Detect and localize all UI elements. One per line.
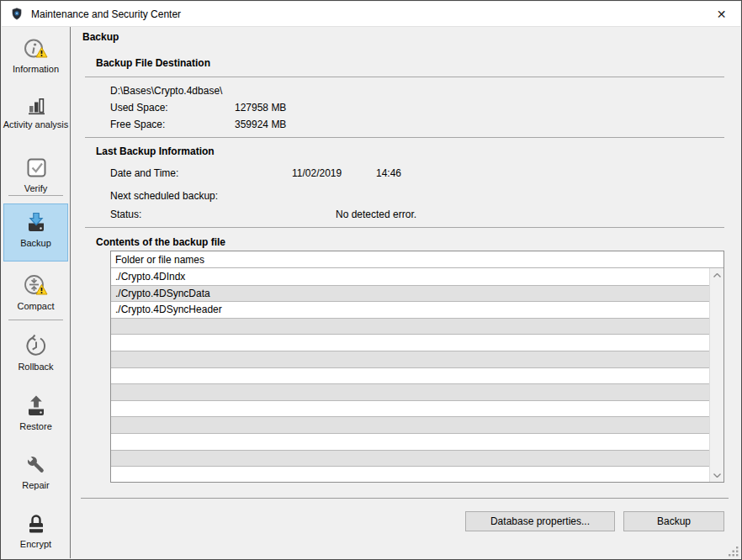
status-value: No detected error. [336,209,416,220]
last-backup-section-title: Last Backup Information [96,145,215,157]
sidebar-item-rollback[interactable]: Rollback [2,334,70,372]
contents-section-title: Contents of the backup file [96,236,225,248]
destination-section-title: Backup File Destination [96,57,210,69]
sidebar-item-label: Compact [2,301,70,311]
footer-divider [81,498,729,499]
table-row[interactable]: ./Crypto.4DIndx [111,269,709,286]
backup-contents-table: Folder or file names ./Crypto.4DIndx./Cr… [110,251,724,483]
used-space-label: Used Space: [110,102,168,114]
sidebar-item-encrypt[interactable]: Encrypt [2,511,70,549]
status-label: Status: [110,209,141,220]
sidebar-item-backup[interactable]: Backup [4,210,67,248]
table-row[interactable]: ./Crypto.4DSyncData [111,286,709,303]
sidebar-item-repair[interactable]: Repair [2,452,70,490]
last-backup-date: 11/02/2019 [292,167,342,179]
table-vertical-scrollbar[interactable] [709,268,723,482]
table-row[interactable]: ./Crypto.4DSyncHeader [111,302,709,319]
backup-contents-rows: ./Crypto.4DIndx./Crypto.4DSyncData./Cryp… [111,269,709,482]
app-shield-icon [9,7,24,22]
restore-drive-icon [23,394,50,419]
sidebar-selection-highlight: Backup [3,203,68,262]
section-divider [85,77,724,77]
destination-path: D:\Bases\Crypto.4dbase\ [110,85,222,97]
last-backup-time: 14:46 [376,167,401,179]
table-row[interactable] [111,384,709,401]
sidebar-divider [8,320,63,320]
window-title: Maintenance and Security Center [31,8,181,20]
rollback-clock-icon [23,334,50,359]
sidebar-item-label: Repair [2,480,70,490]
table-header-folder-or-file-names[interactable]: Folder or file names [111,251,723,268]
table-row[interactable] [111,319,709,335]
verify-check-icon [23,156,50,181]
backup-page: Backup Backup File Destination D:\Bases\… [71,27,742,558]
free-space-label: Free Space: [110,119,165,130]
backup-drive-icon [23,210,50,235]
table-row[interactable] [111,434,709,451]
table-row[interactable] [111,467,709,482]
sidebar-item-label: Verify [2,183,70,193]
used-space-value: 127958 MB [235,102,286,114]
sidebar-item-information[interactable]: Information [2,38,70,74]
sidebar-item-activity-analysis[interactable]: Activity analysis [2,93,70,129]
section-divider [85,137,724,138]
database-properties-button[interactable]: Database properties... [465,511,615,531]
sidebar-item-verify[interactable]: Verify [2,156,70,193]
scrollbar-down-arrow-icon[interactable] [710,468,724,482]
encrypt-lock-icon [23,511,50,536]
sidebar-item-restore[interactable]: Restore [2,394,70,431]
maintenance-security-center-window: Maintenance and Security Center ✕ Inform… [0,0,742,560]
sidebar-item-label: Encrypt [2,539,70,549]
sidebar-item-label: Rollback [2,362,70,372]
sidebar-divider [8,195,63,196]
sidebar-item-compact[interactable]: Compact [2,273,70,311]
sidebar-item-label: Information [2,64,70,74]
table-row[interactable] [111,351,709,368]
activity-analysis-bars-icon [23,93,50,117]
title-bar[interactable]: Maintenance and Security Center ✕ [2,2,740,27]
next-backup-label: Next scheduled backup: [110,190,218,202]
repair-wrench-icon [23,452,50,478]
table-row[interactable] [111,335,709,351]
information-warning-icon [23,38,50,61]
page-title: Backup [82,31,119,43]
table-row[interactable] [111,417,709,434]
table-row[interactable] [111,368,709,385]
compact-warning-icon [23,273,50,298]
sidebar-item-label: Restore [2,421,70,431]
table-row[interactable] [111,401,709,418]
section-divider [85,227,724,228]
table-row[interactable] [111,451,709,468]
close-button[interactable]: ✕ [702,2,740,26]
scrollbar-up-arrow-icon[interactable] [710,268,724,282]
date-time-label: Date and Time: [110,167,178,179]
backup-button[interactable]: Backup [623,511,724,531]
sidebar-item-label: Backup [4,238,67,248]
window-resize-grip[interactable] [728,546,739,557]
sidebar-item-label: Activity analysis [2,119,70,129]
sidebar: Information Activity analysis Verify [2,27,71,558]
free-space-value: 359924 MB [235,119,286,130]
